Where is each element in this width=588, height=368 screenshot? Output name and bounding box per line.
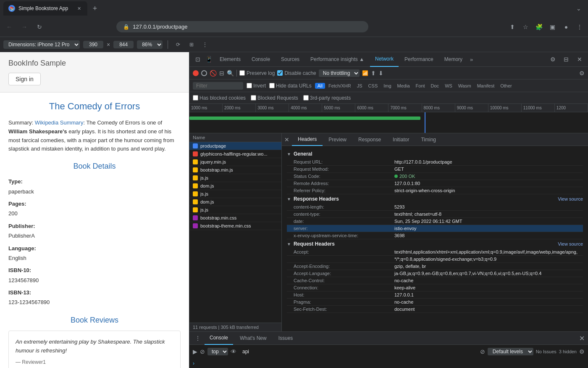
console-context-select[interactable]: top (207, 348, 228, 355)
details-tab-preview[interactable]: Preview (323, 133, 352, 146)
details-tab-headers[interactable]: Headers (292, 133, 323, 146)
console-stop-icon[interactable]: ⊘ (200, 348, 205, 355)
more-tabs-icon[interactable]: » (470, 56, 473, 63)
zoom-select[interactable]: 86% (137, 40, 163, 49)
request-item-bootstrap-js[interactable]: bootstrap.min.js (189, 166, 281, 174)
console-close-button[interactable]: ✕ (579, 334, 585, 342)
filter-type-wasm[interactable]: Wasm (456, 83, 474, 89)
invert-label[interactable]: Invert (247, 83, 266, 89)
response-headers-view-source[interactable]: View source (558, 196, 583, 201)
console-tab[interactable]: Console (205, 331, 233, 345)
tab-performance-insights[interactable]: Performance insights ▲ (305, 52, 369, 67)
tab-bar-minimize[interactable]: ⌄ (573, 3, 585, 14)
details-tab-timing[interactable]: Timing (415, 133, 442, 146)
network-settings-icon[interactable]: ⚙ (579, 70, 585, 77)
details-close-button[interactable]: ✕ (282, 133, 292, 146)
filter-type-doc[interactable]: Doc (428, 83, 442, 89)
signin-button[interactable]: Sign in (8, 73, 41, 85)
console-run-icon[interactable]: ▶ (193, 348, 197, 355)
request-item-js3[interactable]: js.js (189, 206, 281, 214)
request-item-js1[interactable]: js.js (189, 174, 281, 182)
profile-icon[interactable]: ● (561, 22, 571, 32)
filter-type-all[interactable]: All (315, 83, 325, 89)
filter-type-manifest[interactable]: Manifest (475, 83, 497, 89)
rotate-icon[interactable]: ⟳ (173, 40, 183, 50)
export-button[interactable]: ⬇ (378, 70, 383, 77)
window-icon[interactable]: ▣ (548, 22, 558, 32)
request-item-jquery[interactable]: jquery.min.js (189, 158, 281, 166)
third-party-label[interactable]: 3rd-party requests (303, 95, 351, 101)
has-blocked-checkbox[interactable] (193, 95, 198, 101)
tab-close-button[interactable]: ✕ (76, 5, 82, 12)
details-tab-initiator[interactable]: Initiator (387, 133, 415, 146)
filter-type-fetch[interactable]: Fetch/XHR (326, 83, 354, 89)
tab-network[interactable]: Network (370, 52, 399, 67)
console-drag-icon[interactable]: ⋮ (193, 333, 203, 343)
url-bar[interactable]: 🔒 127.0.0.1/productpage (116, 21, 368, 32)
tab-performance[interactable]: Performance (399, 52, 438, 67)
invert-checkbox[interactable] (247, 83, 252, 88)
more-icon[interactable]: ⋮ (200, 40, 210, 50)
forward-button[interactable]: → (18, 21, 30, 33)
back-button[interactable]: ← (3, 21, 15, 33)
blocked-requests-label[interactable]: Blocked Requests (251, 95, 298, 101)
record-button[interactable] (193, 70, 199, 76)
filter-input[interactable] (193, 82, 243, 90)
filter-type-img[interactable]: Img (381, 83, 394, 89)
new-tab-button[interactable]: + (89, 3, 101, 14)
request-item-bootstrap-css[interactable]: bootstrap.min.css (189, 214, 281, 222)
console-eye-icon[interactable]: 👁 (231, 348, 236, 355)
request-item-js2[interactable]: js.js (189, 190, 281, 198)
tab-console[interactable]: Console (247, 52, 275, 67)
request-item-dom2[interactable]: dom.js (189, 198, 281, 206)
devtools-settings-icon[interactable]: ⚙ (548, 54, 558, 64)
timeline-bars[interactable] (189, 112, 588, 133)
hide-data-checkbox[interactable] (269, 83, 275, 88)
preserve-log-checkbox[interactable] (239, 70, 245, 76)
console-input-field[interactable] (239, 349, 478, 355)
search-icon[interactable]: 🔍 (227, 70, 234, 77)
wikipedia-link[interactable]: Wikipedia Summary (35, 119, 84, 126)
devtools-toggle-icon[interactable]: ⊡ (193, 54, 203, 64)
console-gear-icon[interactable]: ⚙ (579, 348, 585, 355)
request-headers-view-source[interactable]: View source (558, 241, 583, 246)
height-input[interactable] (113, 41, 134, 48)
device-select[interactable]: Dimensions: iPhone 12 Pro (3, 40, 80, 49)
general-section-header[interactable]: ▼ General (287, 149, 583, 159)
filter-type-other[interactable]: Other (498, 83, 514, 89)
filter-type-css[interactable]: CSS (366, 83, 381, 89)
bookmark-icon[interactable]: ☆ (521, 22, 531, 32)
import-button[interactable]: ⬆ (371, 70, 376, 77)
request-item-bootstrap-theme[interactable]: bootstrap-theme.min.css (189, 222, 281, 230)
response-headers-section-header[interactable]: ▼ Response Headers View source (287, 194, 583, 204)
filter-icon[interactable]: ⊟ (219, 70, 224, 77)
menu-icon[interactable]: ⋮ (575, 22, 585, 32)
preserve-log-label[interactable]: Preserve log (239, 70, 275, 76)
filter-type-js[interactable]: JS (354, 83, 365, 89)
hide-data-label[interactable]: Hide data URLs (269, 83, 312, 89)
throttle-select[interactable]: No throttling (319, 69, 360, 77)
tab-elements[interactable]: Elements (215, 52, 246, 67)
blocked-requests-checkbox[interactable] (251, 95, 256, 101)
devtools-close-icon[interactable]: ✕ (575, 54, 585, 64)
filter-type-font[interactable]: Font (413, 83, 428, 89)
whats-new-tab[interactable]: What's New (235, 331, 272, 345)
tab-sources[interactable]: Sources (276, 52, 304, 67)
devtools-device-icon[interactable]: 📱 (204, 54, 214, 64)
reload-button[interactable]: ↻ (34, 21, 45, 33)
disable-cache-checkbox[interactable] (277, 70, 283, 76)
request-item-productpage[interactable]: productpage (189, 142, 281, 150)
has-blocked-label[interactable]: Has blocked cookies (193, 95, 246, 101)
console-clear-icon[interactable]: ⊘ (480, 348, 485, 355)
issues-tab[interactable]: Issues (273, 331, 298, 345)
request-headers-section-header[interactable]: ▼ Request Headers View source (287, 239, 583, 249)
stop-button[interactable] (201, 70, 207, 76)
disable-cache-label[interactable]: Disable cache (277, 70, 316, 76)
devtools-dock-icon[interactable]: ⊟ (561, 54, 571, 64)
third-party-checkbox[interactable] (303, 95, 309, 101)
share-icon[interactable]: ⬆ (507, 22, 517, 32)
requests-list[interactable]: productpage glyphicons-halflings-regular… (189, 142, 281, 323)
request-item-glyphicons[interactable]: glyphicons-halflings-regular.wo... (189, 150, 281, 158)
default-levels-select[interactable]: Default levels (488, 348, 533, 355)
console-chevron-icon[interactable]: › (193, 360, 194, 366)
